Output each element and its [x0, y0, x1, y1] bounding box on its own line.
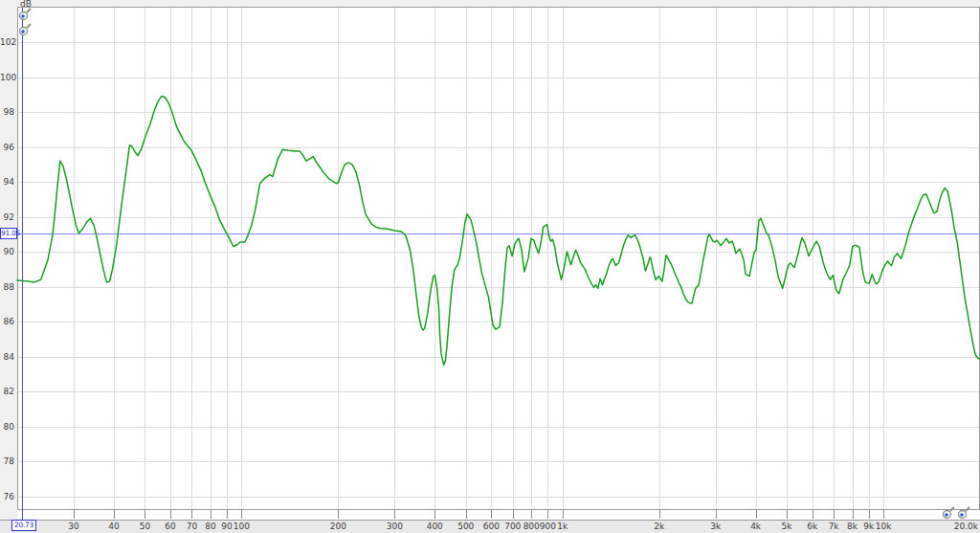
plot-area[interactable] — [0, 0, 980, 533]
zoom-x-out-icon[interactable] — [957, 506, 970, 520]
zoom-y-in-icon[interactable] — [18, 8, 32, 21]
plot-background[interactable] — [17, 8, 980, 510]
cursor-level-readout: 91.06 — [0, 228, 17, 239]
x-axis-strip — [0, 520, 980, 533]
tick-band — [17, 510, 980, 520]
cursor-frequency-readout: 20.73 — [11, 520, 36, 531]
zoom-y-out-icon[interactable] — [18, 23, 32, 36]
spl-graph-panel: dB 1021009896949290888684828078763040506… — [0, 0, 980, 533]
zoom-x-in-icon[interactable] — [942, 506, 955, 520]
